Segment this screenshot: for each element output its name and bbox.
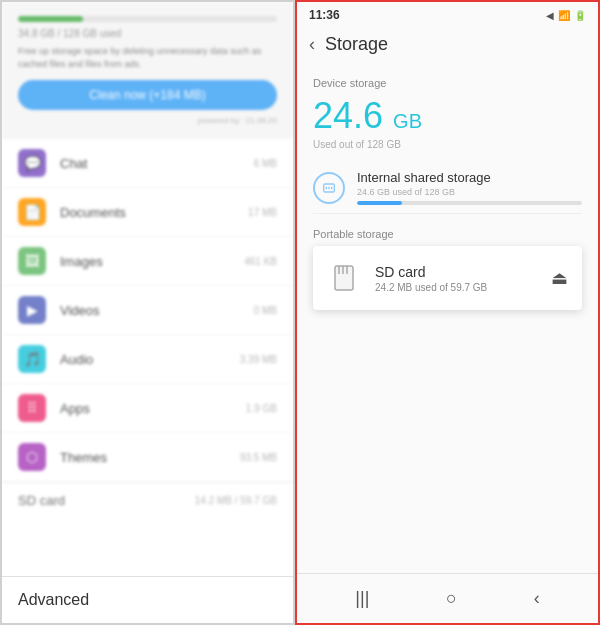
status-time: 11:36 [309, 8, 340, 22]
internal-storage-sub: 24.6 GB used of 128 GB [357, 187, 582, 197]
status-bar: 11:36 ◀ 📶 🔋 [297, 2, 598, 26]
wifi-icon: ◀ [546, 10, 554, 21]
audio-icon: 🎵 [18, 345, 46, 373]
portable-storage-section: Portable storage SD card 24.2 MB used of… [313, 228, 582, 310]
list-item[interactable]: 📄 Documents 17 MB [2, 188, 293, 237]
list-item[interactable]: ▶ Videos 0 MB [2, 286, 293, 335]
sd-card-row[interactable]: SD card 14.2 MB / 59.7 GB [2, 482, 293, 518]
portable-storage-label: Portable storage [313, 228, 582, 240]
app-size: 93.5 MB [240, 452, 277, 463]
app-list: 💬 Chat 6 MB 📄 Documents 17 MB 🖼 Images 4… [2, 139, 293, 482]
sd-eject-button[interactable]: ⏏ [551, 267, 568, 289]
list-item[interactable]: ⬡ Themes 93.5 MB [2, 433, 293, 482]
status-icons: ◀ 📶 🔋 [546, 10, 586, 21]
list-item[interactable]: ⠿ Apps 1.9 GB [2, 384, 293, 433]
device-storage-label: Device storage [313, 77, 582, 89]
app-size: 6 MB [254, 158, 277, 169]
back-nav-button[interactable]: ‹ [522, 584, 552, 613]
storage-bar-bg [18, 16, 277, 22]
sd-card-popup[interactable]: SD card 24.2 MB used of 59.7 GB ⏏ [313, 246, 582, 310]
list-item[interactable]: 💬 Chat 6 MB [2, 139, 293, 188]
page-title: Storage [325, 34, 388, 55]
app-size: 0 MB [254, 305, 277, 316]
clean-now-button[interactable]: Clean now (+184 MB) [18, 80, 277, 110]
home-button[interactable]: ○ [434, 584, 469, 613]
internal-storage-info: Internal shared storage 24.6 GB used of … [357, 170, 582, 205]
list-item[interactable]: 🎵 Audio 3.39 MB [2, 335, 293, 384]
app-name: Videos [60, 303, 254, 318]
back-button[interactable]: ‹ [309, 34, 315, 55]
app-name: Themes [60, 450, 240, 465]
app-size: 1.9 GB [246, 403, 277, 414]
app-name: Chat [60, 156, 254, 171]
app-name: Documents [60, 205, 248, 220]
battery-icon: 🔋 [574, 10, 586, 21]
storage-bar-fill [18, 16, 83, 22]
advanced-label: Advanced [18, 591, 89, 608]
videos-icon: ▶ [18, 296, 46, 324]
sd-card-info: SD card 24.2 MB used of 59.7 GB [375, 264, 551, 293]
internal-progress-bar [357, 201, 582, 205]
internal-storage-icon [313, 172, 345, 204]
storage-gb-value: 24.6 GB [313, 95, 582, 137]
storage-gb-number: 24.6 [313, 95, 383, 136]
left-top-section: 34.8 GB / 128 GB used Free up storage sp… [2, 2, 293, 139]
documents-icon: 📄 [18, 198, 46, 226]
sd-card-name: SD card [375, 264, 551, 280]
sd-card-size: 14.2 MB / 59.7 GB [195, 495, 277, 506]
storage-label: 34.8 GB / 128 GB used [18, 28, 277, 39]
bottom-nav: ||| ○ ‹ [297, 573, 598, 623]
recents-button[interactable]: ||| [343, 584, 381, 613]
used-out-of: Used out of 128 GB [313, 139, 582, 150]
app-size: 3.39 MB [240, 354, 277, 365]
storage-bar-container [18, 16, 277, 22]
sd-card-sub: 24.2 MB used of 59.7 GB [375, 282, 551, 293]
sd-card-label: SD card [18, 493, 195, 508]
free-up-text: Free up storage space by deleting unnece… [18, 45, 277, 70]
images-icon: 🖼 [18, 247, 46, 275]
nav-bar: ‹ Storage [297, 26, 598, 63]
app-size: 17 MB [248, 207, 277, 218]
internal-progress-fill [357, 201, 402, 205]
powered-text: powered by · 21.08.20 [18, 116, 277, 125]
themes-icon: ⬡ [18, 443, 46, 471]
right-content: Device storage 24.6 GB Used out of 128 G… [297, 63, 598, 573]
signal-icon: 📶 [558, 10, 570, 21]
left-panel: 34.8 GB / 128 GB used Free up storage sp… [0, 0, 295, 625]
left-panel-content: 34.8 GB / 128 GB used Free up storage sp… [2, 2, 293, 518]
list-item[interactable]: 🖼 Images 461 KB [2, 237, 293, 286]
advanced-footer[interactable]: Advanced [2, 576, 293, 623]
app-name: Audio [60, 352, 240, 367]
sd-card-icon [327, 260, 363, 296]
apps-icon: ⠿ [18, 394, 46, 422]
app-size: 461 KB [244, 256, 277, 267]
chat-icon: 💬 [18, 149, 46, 177]
right-panel: 11:36 ◀ 📶 🔋 ‹ Storage Device storage 24.… [295, 0, 600, 625]
app-name: Apps [60, 401, 246, 416]
app-name: Images [60, 254, 244, 269]
storage-gb-unit: GB [393, 110, 422, 132]
svg-rect-4 [335, 266, 353, 290]
internal-storage-row[interactable]: Internal shared storage 24.6 GB used of … [313, 162, 582, 214]
internal-storage-name: Internal shared storage [357, 170, 582, 185]
